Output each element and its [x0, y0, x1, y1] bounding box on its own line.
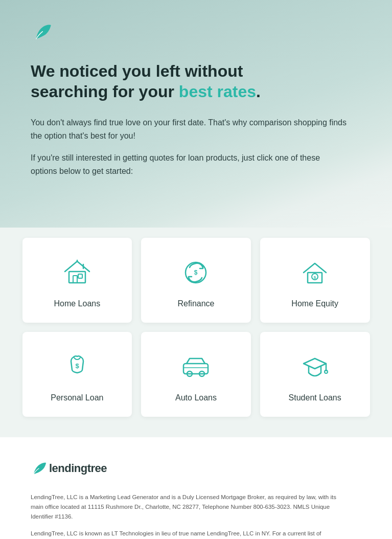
refinance-icon: $	[179, 256, 212, 291]
footer-para2: LendingTree, LLC is known as LT Technolo…	[31, 529, 348, 539]
home-equity-icon: $	[298, 256, 331, 291]
card-auto-loans[interactable]: Auto Loans	[141, 332, 251, 417]
lendingtree-logo: lendingtree	[31, 458, 123, 479]
footer-section: lendingtree LendingTree, LLC is a Market…	[0, 437, 392, 539]
svg-text:$: $	[314, 275, 316, 280]
student-loans-label: Student Loans	[289, 393, 341, 402]
svg-text:$: $	[194, 269, 198, 276]
headline: We noticed you left without searching fo…	[31, 61, 361, 102]
student-loans-icon	[298, 350, 331, 385]
personal-loan-icon: $	[61, 350, 94, 385]
hero-section: We noticed you left without searching fo…	[0, 0, 392, 228]
svg-rect-2	[78, 274, 82, 278]
refinance-label: Refinance	[177, 299, 214, 308]
svg-text:$: $	[75, 362, 79, 370]
cards-section: Home Loans $ Refinance	[0, 228, 392, 437]
logo-leaf-icon	[31, 20, 54, 43]
home-loans-label: Home Loans	[54, 299, 100, 308]
home-equity-label: Home Equity	[291, 299, 338, 308]
card-home-equity[interactable]: $ Home Equity	[260, 238, 370, 323]
auto-loans-label: Auto Loans	[175, 393, 217, 402]
card-student-loans[interactable]: Student Loans	[260, 332, 370, 417]
home-loans-icon	[61, 256, 94, 291]
footer-logo: lendingtree	[31, 458, 361, 481]
svg-text:lendingtree: lendingtree	[49, 462, 107, 475]
auto-loans-icon	[179, 350, 212, 385]
footer-para1: LendingTree, LLC is a Marketing Lead Gen…	[31, 492, 348, 522]
svg-point-17	[325, 370, 328, 373]
card-home-loans[interactable]: Home Loans	[22, 238, 132, 323]
card-refinance[interactable]: $ Refinance	[141, 238, 251, 323]
card-personal-loan[interactable]: $ Personal Loan	[22, 332, 132, 417]
logo-area	[31, 20, 361, 46]
personal-loan-label: Personal Loan	[51, 393, 103, 402]
hero-para2: If you're still interested in getting qu…	[31, 151, 348, 177]
hero-para1: You don't always find true love on your …	[31, 116, 348, 142]
cards-grid: Home Loans $ Refinance	[22, 238, 370, 417]
svg-rect-1	[73, 276, 77, 283]
